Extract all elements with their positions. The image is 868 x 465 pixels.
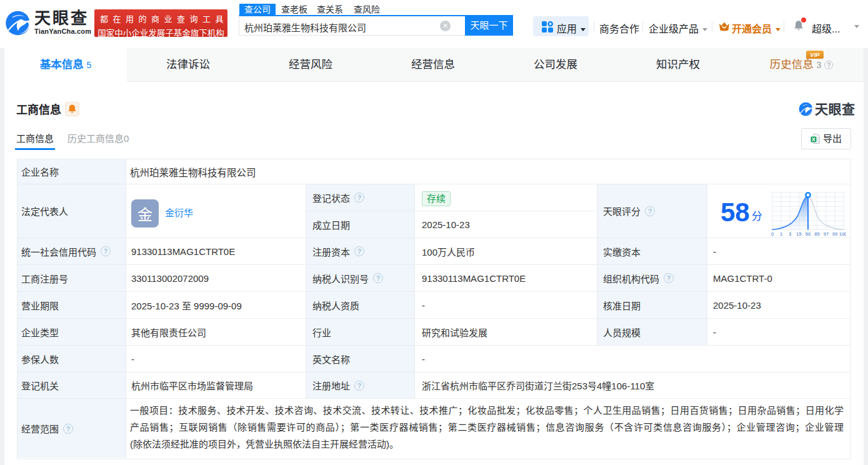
svg-text:85: 85 xyxy=(814,231,819,237)
svg-text:99: 99 xyxy=(832,231,837,237)
svg-text:100: 100 xyxy=(839,231,846,237)
svg-text:50: 50 xyxy=(806,231,811,237)
svg-text:3: 3 xyxy=(789,231,791,237)
svg-text:15: 15 xyxy=(796,231,801,237)
svg-text:97: 97 xyxy=(824,231,829,237)
svg-text:1: 1 xyxy=(780,231,782,237)
svg-text:0: 0 xyxy=(771,231,774,237)
